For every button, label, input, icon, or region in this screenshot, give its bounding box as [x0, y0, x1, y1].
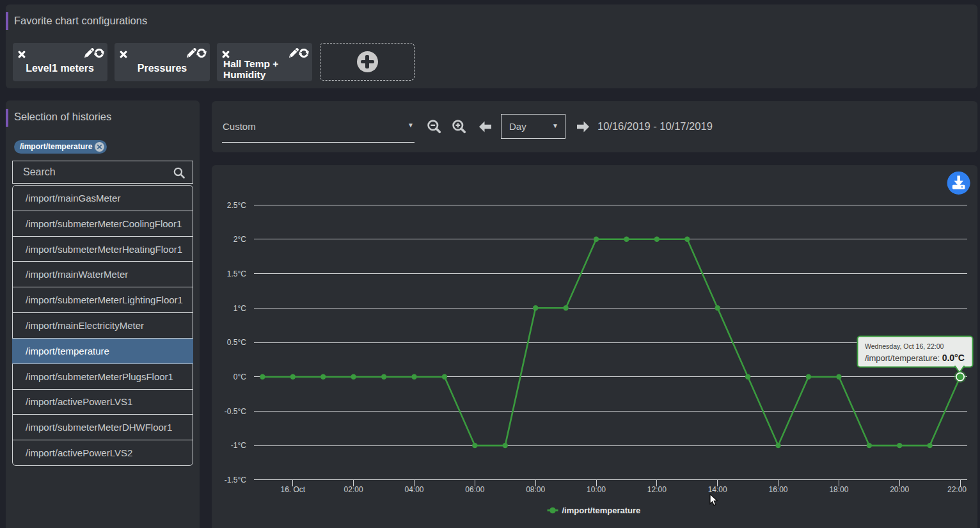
- svg-text:04:00: 04:00: [404, 485, 423, 494]
- svg-text:1.5°C: 1.5°C: [227, 269, 246, 278]
- svg-text:22:00: 22:00: [947, 485, 967, 494]
- svg-text:18:00: 18:00: [829, 485, 848, 494]
- svg-text:2°C: 2°C: [233, 235, 246, 244]
- svg-text:-0.5°C: -0.5°C: [225, 407, 246, 416]
- svg-text:-1°C: -1°C: [231, 441, 246, 450]
- svg-text:-1.5°C: -1.5°C: [225, 476, 246, 484]
- svg-text:1°C: 1°C: [233, 304, 246, 313]
- svg-text:2.5°C: 2.5°C: [227, 201, 246, 210]
- svg-text:14:00: 14:00: [708, 485, 727, 494]
- svg-text:12:00: 12:00: [647, 485, 667, 494]
- svg-text:08:00: 08:00: [526, 485, 545, 494]
- svg-text:0.5°C: 0.5°C: [227, 338, 246, 347]
- svg-text:/import/temperature: /import/temperature: [562, 506, 641, 515]
- svg-text:02:00: 02:00: [344, 485, 363, 494]
- svg-text:16. Oct: 16. Oct: [280, 485, 305, 494]
- svg-text:20:00: 20:00: [890, 485, 909, 494]
- svg-text:10:00: 10:00: [587, 485, 606, 494]
- svg-text:Wednesday, Oct 16, 22:00: Wednesday, Oct 16, 22:00: [865, 342, 944, 350]
- svg-text:16:00: 16:00: [768, 485, 787, 494]
- svg-text:0°C: 0°C: [233, 372, 246, 381]
- svg-text:06:00: 06:00: [465, 485, 484, 494]
- svg-text:/import/temperature: 0.0°C: /import/temperature: 0.0°C: [865, 353, 965, 363]
